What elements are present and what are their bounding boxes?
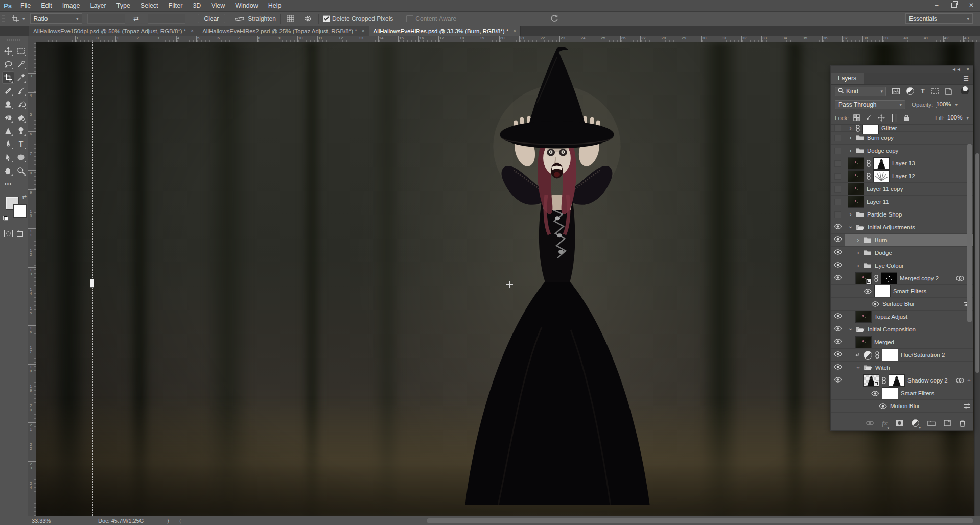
mask-thumbnail[interactable] [889,375,904,386]
group-expand-chevron[interactable]: › [856,262,860,269]
blur-tool[interactable] [2,125,14,137]
menu-layer[interactable]: Layer [85,0,111,11]
close-panel-icon[interactable]: ✕ [966,67,970,72]
grid-overlay-icon[interactable] [285,13,297,25]
group-expand-chevron[interactable]: › [856,236,860,244]
straighten-icon[interactable] [234,13,246,25]
dodge-tool[interactable] [15,125,27,137]
tab-close-icon[interactable]: × [513,28,516,34]
smart-filters-eye-icon[interactable] [871,391,879,396]
vertical-scroll-thumb[interactable] [975,153,979,373]
new-group-icon[interactable] [927,420,936,426]
layer-row-witch[interactable]: ›Witch [831,362,973,374]
menu-help[interactable]: Help [263,0,287,11]
mask-thumbnail[interactable] [874,158,889,169]
mask-thumbnail[interactable] [875,285,890,297]
menu-window[interactable]: Window [230,0,263,11]
menu-image[interactable]: Image [57,0,85,11]
menu-view[interactable]: View [206,0,230,11]
layer-thumbnail[interactable] [848,171,864,182]
visibility-eye-icon[interactable] [834,364,842,371]
document-tab-2[interactable]: AllHallowsEveHiRes2.psd @ 25% (Topaz Adj… [198,26,369,36]
eyedropper-tool[interactable] [15,71,27,84]
swap-colors-icon[interactable]: ⇄ [22,194,27,200]
smart-filters-eye-icon[interactable] [864,289,872,294]
content-aware-checkbox[interactable] [406,15,413,22]
blend-mode-dropdown[interactable]: Pass Through ▾ [835,100,905,109]
visibility-toggle-empty[interactable] [834,160,841,167]
visibility-toggle-empty[interactable] [834,199,841,205]
more-tools[interactable]: ••• [2,178,14,190]
layer-row-shadow-copy-2[interactable]: Shadow copy 2› [831,374,973,387]
status-zoom-field[interactable]: 33.33% [32,518,58,524]
adjustment-layer-icon[interactable] [864,351,872,360]
crop-ratio-dropdown[interactable]: Ratio ▾ [30,13,82,24]
mask-thumbnail[interactable] [882,349,898,361]
layer-thumbnail[interactable] [848,196,864,207]
lock-transparency-icon[interactable] [853,114,860,121]
menu-select[interactable]: Select [135,0,164,11]
document-tab-3[interactable]: AllHallowsEveHiRes.psd @ 33.3% (Burn, RG… [369,26,521,36]
layer-row-motion-blur[interactable]: Motion Blur [831,400,973,413]
layer-thumbnail[interactable] [848,158,864,169]
layer-row-eye-colour[interactable]: ›Eye Colour [831,259,973,272]
layer-thumbnail[interactable] [856,311,871,322]
workspace-switcher[interactable]: Essentials ▾ [905,13,973,24]
filter-kind-dropdown[interactable]: Kind ▾ [835,87,886,96]
toolbar-grip[interactable] [7,39,20,41]
pen-tool[interactable] [2,138,14,150]
visibility-eye-icon[interactable] [834,339,842,346]
visibility-toggle-empty[interactable] [834,173,841,180]
filter-toggle[interactable] [961,88,969,94]
tab-close-icon[interactable]: × [191,28,194,34]
adjustment-filter-icon[interactable] [906,87,914,95]
crop-width-field[interactable] [87,14,125,24]
layers-scrollbar[interactable] [967,144,972,429]
opacity-value[interactable]: 100% [936,101,951,108]
group-expand-chevron[interactable]: › [855,366,862,370]
filter-visibility-eye-icon[interactable] [879,403,887,409]
layer-row-layer-12[interactable]: Layer 12 [831,170,973,183]
screen-mode-button[interactable] [15,227,27,240]
layer-thumbnail[interactable] [856,273,871,284]
visibility-eye-icon[interactable] [834,275,842,282]
quick-selection-tool[interactable] [15,58,27,70]
layer-style-icon[interactable]: fx▾ [882,419,888,427]
smart-filter-badge-icon[interactable] [956,275,964,281]
visibility-toggle-empty[interactable] [834,148,841,154]
group-expand-chevron[interactable]: › [847,327,854,332]
mask-link-icon[interactable] [856,125,860,132]
crop-height-field[interactable] [148,14,185,24]
shape-filter-icon[interactable] [931,88,939,94]
mask-link-icon[interactable] [867,173,871,180]
mask-thumbnail[interactable] [874,171,889,182]
mask-thumbnail[interactable] [882,388,898,399]
layer-thumbnail[interactable] [856,337,871,348]
layer-row-topaz-adjust[interactable]: Topaz Adjust [831,311,973,323]
type-filter-icon[interactable]: T [921,87,925,95]
smart-object-filter-icon[interactable] [945,88,952,95]
new-layer-icon[interactable] [944,420,951,426]
default-colors-icon[interactable] [3,216,8,221]
crop-tool[interactable] [2,71,14,84]
crop-left-handle[interactable] [90,279,94,288]
straighten-label[interactable]: Straighten [248,15,276,22]
group-expand-chevron[interactable]: › [848,147,853,154]
new-adjustment-icon[interactable]: ▾ [912,419,919,427]
marquee-tool[interactable] [15,45,27,57]
gear-icon[interactable] [302,13,314,25]
group-expand-chevron[interactable]: › [856,249,860,256]
mask-thumbnail[interactable] [881,273,897,284]
smart-filter-badge-icon[interactable] [956,377,964,384]
brush-tool[interactable] [15,85,27,97]
eraser-tool[interactable] [2,111,14,124]
pixel-layer-filter-icon[interactable] [892,88,900,94]
lasso-tool[interactable] [2,58,14,70]
history-brush-tool[interactable] [15,98,27,110]
layer-row-particle-shop[interactable]: ›Particle Shop [831,208,973,221]
group-expand-chevron[interactable]: › [848,211,853,218]
layer-row-merged-copy-2[interactable]: Merged copy 2› [831,272,973,285]
filter-visibility-eye-icon[interactable] [871,301,879,307]
visibility-eye-icon[interactable] [834,249,842,256]
horizontal-scroll-thumb[interactable] [427,518,973,523]
